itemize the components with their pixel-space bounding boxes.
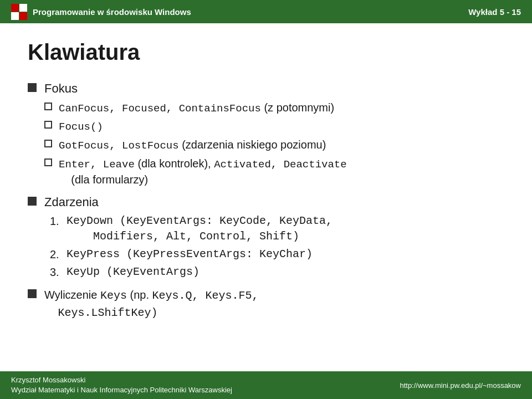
logo-block-red-tl — [11, 4, 19, 12]
bullet-list: Fokus CanFocus, Focused, ContainsFocus (… — [28, 80, 504, 321]
wyliczenie-text-normal: Wyliczenie — [44, 289, 100, 301]
zdarzenia-content: Zdarzenia 1. KeyDown (KeyEventArgs: KeyC… — [44, 194, 332, 282]
fokus-label: Fokus — [44, 81, 78, 95]
zdarzenia-numbered-list: 1. KeyDown (KeyEventArgs: KeyCode, KeyDa… — [44, 213, 332, 280]
sub-item-gotfocus: GotFocus, LostFocus (zdarzenia niskiego … — [44, 137, 347, 154]
checkbox-bullet-enter — [44, 158, 52, 166]
page-title: Klawiatura — [28, 40, 504, 65]
sub-item-focus: Focus() — [44, 118, 347, 135]
wyliczenie-label: Wyliczenie Keys (np. Keys.Q, Keys.F5, Ke… — [44, 288, 259, 319]
bullet-square-wyliczenie — [28, 289, 37, 298]
zdarzenia-label: Zdarzenia — [44, 195, 99, 209]
num-item-keyup-text: KeyUp (KeyEventArgs) — [66, 264, 200, 280]
num-2: 2. — [50, 247, 63, 262]
fokus-sub-list: CanFocus, Focused, ContainsFocus (z poto… — [44, 100, 347, 187]
sub-item-enter-text: Enter, Leave (dla kontrolek), Activated,… — [59, 156, 347, 188]
wyliczenie-keys-q: Keys.Q, Keys.F5, — [152, 289, 259, 302]
footer: Krzysztof Mossakowski Wydział Matematyki… — [0, 371, 532, 399]
header-course-title: Programowanie w środowisku Windows — [33, 7, 191, 17]
list-item-fokus: Fokus CanFocus, Focused, ContainsFocus (… — [28, 80, 504, 190]
wyliczenie-text-np: (np. — [127, 289, 152, 301]
list-item-wyliczenie: Wyliczenie Keys (np. Keys.Q, Keys.F5, Ke… — [28, 287, 504, 321]
list-item-zdarzenia: Zdarzenia 1. KeyDown (KeyEventArgs: KeyC… — [28, 194, 504, 282]
logo-block-red-br — [19, 12, 27, 20]
header-left: Programowanie w środowisku Windows — [11, 4, 191, 20]
num-item-keydown-text: KeyDown (KeyEventArgs: KeyCode, KeyData,… — [66, 213, 332, 244]
num-1: 1. — [50, 213, 63, 229]
checkbox-bullet-gotfocus — [44, 140, 52, 147]
footer-author-affiliation: Wydział Matematyki i Nauk Informacyjnych… — [11, 385, 232, 395]
numbered-item-keypress: 2. KeyPress (KeyPressEventArgs: KeyChar) — [50, 247, 332, 262]
logo-block-white-bl — [11, 12, 19, 20]
num-3: 3. — [50, 264, 63, 280]
sub-item-focus-text: Focus() — [59, 118, 103, 135]
sub-item-canfocus-text: CanFocus, Focused, ContainsFocus (z poto… — [59, 100, 334, 116]
footer-author: Krzysztof Mossakowski Wydział Matematyki… — [11, 375, 232, 395]
numbered-item-keydown: 1. KeyDown (KeyEventArgs: KeyCode, KeyDa… — [50, 213, 332, 244]
wyliczenie-keys-lshift: Keys.LShiftKey) — [58, 306, 157, 319]
wyliczenie-content: Wyliczenie Keys (np. Keys.Q, Keys.F5, Ke… — [44, 287, 259, 321]
wyliczenie-text-mono: Keys — [100, 289, 127, 302]
header-logo — [11, 4, 27, 20]
checkbox-bullet-canfocus — [44, 103, 52, 110]
header-bar: Programowanie w środowisku Windows Wykła… — [0, 0, 532, 23]
bullet-square-zdarzenia — [28, 197, 37, 206]
numbered-item-keyup: 3. KeyUp (KeyEventArgs) — [50, 264, 332, 280]
footer-url: http://www.mini.pw.edu.pl/~mossakow — [400, 381, 521, 390]
sub-item-gotfocus-text: GotFocus, LostFocus (zdarzenia niskiego … — [59, 137, 326, 154]
header-slide-number: Wykład 5 - 15 — [468, 7, 521, 17]
checkbox-bullet-focus — [44, 121, 52, 129]
main-content: Klawiatura Fokus CanFocus, Focused, Cont… — [0, 23, 532, 371]
bullet-square-fokus — [28, 83, 37, 92]
logo-block-white-tr — [19, 4, 27, 12]
sub-item-enter: Enter, Leave (dla kontrolek), Activated,… — [44, 156, 347, 188]
sub-item-canfocus: CanFocus, Focused, ContainsFocus (z poto… — [44, 100, 347, 116]
num-item-keypress-text: KeyPress (KeyPressEventArgs: KeyChar) — [66, 247, 313, 262]
fokus-content: Fokus CanFocus, Focused, ContainsFocus (… — [44, 80, 347, 190]
footer-author-name: Krzysztof Mossakowski — [11, 375, 232, 385]
